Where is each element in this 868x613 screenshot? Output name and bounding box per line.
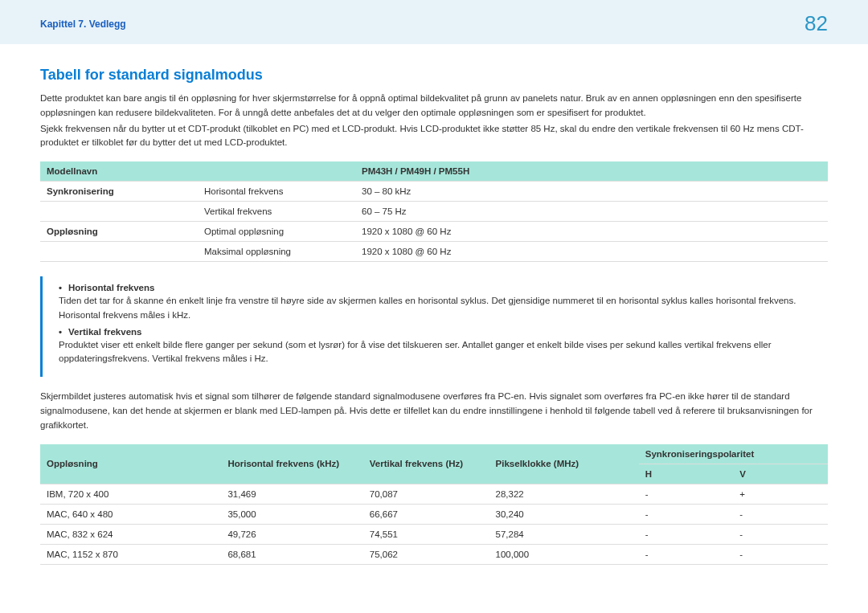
cell-resolution: MAC, 832 x 624 — [40, 524, 221, 544]
definitions-note: Horisontal frekvens Tiden det tar for å … — [40, 276, 828, 377]
intro-paragraph-1: Dette produktet kan bare angis til én op… — [40, 92, 828, 121]
header-resolution: Oppløsning — [40, 444, 221, 484]
table-row: MAC, 1152 x 870 68,681 75,062 100,000 - … — [40, 544, 828, 564]
cell-pc: 28,322 — [489, 484, 639, 504]
note-item-hf: Horisontal frekvens Tiden det tar for å … — [59, 283, 818, 322]
cell-category — [40, 202, 198, 222]
table-row: MAC, 832 x 624 49,726 74,551 57,284 - - — [40, 524, 828, 544]
cell-value: 1920 x 1080 @ 60 Hz — [355, 222, 828, 242]
cell-h: - — [639, 484, 734, 504]
page-number: 82 — [805, 11, 828, 36]
table-row: Synkronisering Horisontal frekvens 30 – … — [40, 182, 828, 202]
cell-vf: 66,667 — [363, 504, 489, 524]
cell-value: 1920 x 1080 @ 60 Hz — [355, 242, 828, 262]
note-vf-title: Vertikal frekvens — [59, 327, 818, 337]
page-header: Kapittel 7. Vedlegg 82 — [0, 0, 868, 44]
cell-hf: 68,681 — [221, 544, 362, 564]
page-content: Tabell for standard signalmodus Dette pr… — [0, 44, 868, 565]
header-vertical-freq: Vertikal frekvens (Hz) — [363, 444, 489, 484]
table-row: Vertikal frekvens 60 – 75 Hz — [40, 202, 828, 222]
cell-h: - — [639, 504, 734, 524]
cell-h: - — [639, 544, 734, 564]
cell-pc: 57,284 — [489, 524, 639, 544]
cell-value: 60 – 75 Hz — [355, 202, 828, 222]
header-modelname: Modellnavn — [40, 161, 355, 182]
cell-hf: 49,726 — [221, 524, 362, 544]
header-sync-polarity: Synkroniseringspolaritet — [639, 444, 828, 464]
cell-label: Optimal oppløsning — [198, 222, 355, 242]
header-models: PM43H / PM49H / PM55H — [355, 161, 828, 182]
note-item-vf: Vertikal frekvens Produktet viser ett en… — [59, 327, 818, 366]
table-row: MAC, 640 x 480 35,000 66,667 30,240 - - — [40, 504, 828, 524]
cell-resolution: IBM, 720 x 400 — [40, 484, 221, 504]
cell-vf: 70,087 — [363, 484, 489, 504]
chapter-label: Kapittel 7. Vedlegg — [40, 18, 126, 30]
cell-pc: 100,000 — [489, 544, 639, 564]
cell-category: Oppløsning — [40, 222, 198, 242]
cell-pc: 30,240 — [489, 504, 639, 524]
cell-category — [40, 242, 198, 262]
cell-v: - — [733, 524, 828, 544]
cell-hf: 35,000 — [221, 504, 362, 524]
cell-hf: 31,469 — [221, 484, 362, 504]
cell-category: Synkronisering — [40, 182, 198, 202]
note-hf-title: Horisontal frekvens — [59, 283, 818, 292]
cell-label: Maksimal oppløsning — [198, 242, 355, 262]
table-row: Oppløsning Optimal oppløsning 1920 x 108… — [40, 222, 828, 242]
cell-h: - — [639, 524, 734, 544]
cell-v: + — [733, 484, 828, 504]
cell-v: - — [733, 544, 828, 564]
note-hf-desc: Tiden det tar for å skanne én enkelt lin… — [59, 294, 818, 322]
cell-v: - — [733, 504, 828, 524]
table-header-row: Oppløsning Horisontal frekvens (kHz) Ver… — [40, 444, 828, 464]
header-sync-v: V — [733, 464, 828, 484]
section-title: Tabell for standard signalmodus — [40, 67, 828, 84]
cell-resolution: MAC, 640 x 480 — [40, 504, 221, 524]
signal-mode-table: Oppløsning Horisontal frekvens (kHz) Ver… — [40, 444, 828, 565]
table-row: IBM, 720 x 400 31,469 70,087 28,322 - + — [40, 484, 828, 504]
header-horizontal-freq: Horisontal frekvens (kHz) — [221, 444, 362, 484]
header-sync-h: H — [639, 464, 734, 484]
header-pixel-clock: Pikselklokke (MHz) — [489, 444, 639, 484]
table-header-row: Modellnavn PM43H / PM49H / PM55H — [40, 161, 828, 182]
cell-vf: 75,062 — [363, 544, 489, 564]
table-row: Maksimal oppløsning 1920 x 1080 @ 60 Hz — [40, 242, 828, 262]
mid-paragraph: Skjermbildet justeres automatisk hvis et… — [40, 390, 828, 432]
cell-resolution: MAC, 1152 x 870 — [40, 544, 221, 564]
cell-value: 30 – 80 kHz — [355, 182, 828, 202]
cell-label: Horisontal frekvens — [198, 182, 355, 202]
intro-paragraph-2: Sjekk frekvensen når du bytter ut et CDT… — [40, 122, 828, 151]
note-vf-desc: Produktet viser ett enkelt bilde flere g… — [59, 338, 818, 366]
cell-label: Vertikal frekvens — [198, 202, 355, 222]
model-spec-table: Modellnavn PM43H / PM49H / PM55H Synkron… — [40, 161, 828, 262]
cell-vf: 74,551 — [363, 524, 489, 544]
